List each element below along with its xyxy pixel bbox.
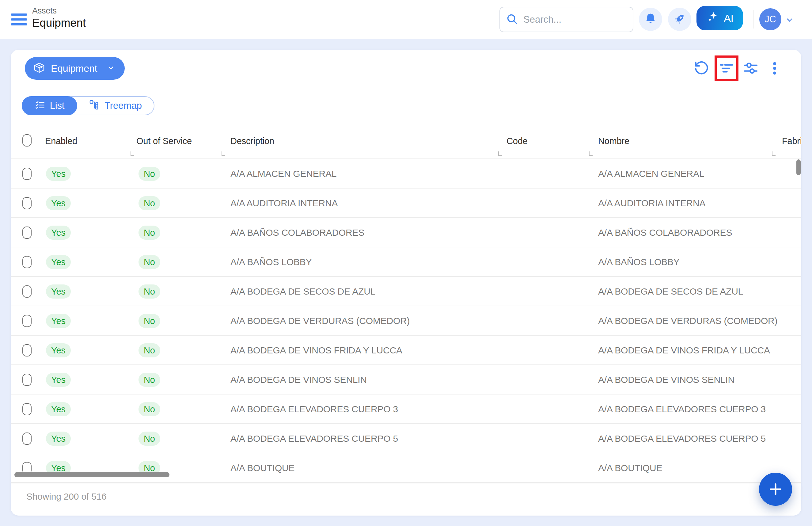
tab-treemap-label: Treemap bbox=[104, 100, 142, 111]
select-all-checkbox[interactable] bbox=[23, 134, 32, 146]
table-row[interactable]: Yes No A/A BODEGA DE SECOS DE AZUL A/A B… bbox=[11, 277, 801, 306]
package-icon bbox=[33, 62, 45, 75]
more-options-button[interactable] bbox=[766, 60, 783, 77]
description-cell: A/A BODEGA ELEVADORES CUERPO 3 bbox=[230, 403, 398, 415]
nombre-cell: A/A BODEGA DE SECOS DE AZUL bbox=[598, 286, 743, 297]
breadcrumb: Assets Equipment bbox=[32, 5, 86, 30]
column-resize-handle[interactable] bbox=[131, 152, 134, 156]
bell-icon bbox=[644, 12, 657, 26]
column-resize-handle[interactable] bbox=[221, 152, 225, 156]
enabled-badge: Yes bbox=[46, 343, 71, 357]
refresh-icon bbox=[694, 60, 710, 76]
row-checkbox[interactable] bbox=[23, 432, 32, 445]
column-resize-handle[interactable] bbox=[772, 152, 775, 156]
column-header-fabric[interactable]: Fabric bbox=[782, 136, 801, 146]
table-row[interactable]: Yes No A/A BODEGA DE VINOS SENLIN A/A BO… bbox=[11, 365, 801, 395]
checklist-icon bbox=[34, 100, 46, 112]
equipment-list-card: Equipment bbox=[11, 49, 801, 515]
row-checkbox[interactable] bbox=[23, 168, 32, 180]
out-of-service-badge: No bbox=[139, 255, 160, 269]
table-row[interactable]: Yes No A/A BAÑOS LOBBY A/A BAÑOS LOBBY bbox=[11, 247, 801, 277]
row-checkbox[interactable] bbox=[23, 227, 32, 239]
treemap-icon bbox=[89, 100, 100, 112]
row-checkbox[interactable] bbox=[23, 256, 32, 268]
description-cell: A/A BODEGA ELEVADORES CUERPO 5 bbox=[230, 433, 398, 444]
table-row[interactable]: Yes No A/A BOUTIQUE A/A BOUTIQUE bbox=[11, 453, 801, 483]
out-of-service-badge: No bbox=[139, 284, 160, 299]
description-cell: A/A BAÑOS LOBBY bbox=[230, 256, 311, 268]
add-equipment-button[interactable] bbox=[759, 473, 792, 506]
row-checkbox[interactable] bbox=[23, 344, 32, 356]
column-resize-handle[interactable] bbox=[498, 152, 502, 156]
nombre-cell: A/A BODEGA ELEVADORES CUERPO 3 bbox=[598, 403, 766, 415]
column-header-nombre[interactable]: Nombre bbox=[598, 136, 629, 146]
out-of-service-badge: No bbox=[139, 402, 160, 416]
table-row[interactable]: Yes No A/A BODEGA ELEVADORES CUERPO 5 A/… bbox=[11, 424, 801, 453]
row-checkbox[interactable] bbox=[23, 285, 32, 298]
kebab-menu-icon bbox=[767, 60, 783, 76]
tab-list[interactable]: List bbox=[22, 96, 77, 115]
sparkle-icon bbox=[706, 11, 720, 26]
refresh-button[interactable] bbox=[693, 60, 710, 77]
hamburger-menu-icon[interactable] bbox=[11, 14, 27, 26]
chevron-down-icon[interactable] bbox=[784, 15, 795, 26]
table-row[interactable]: Yes No A/A BODEGA DE VERDURAS (COMEDOR) … bbox=[11, 306, 801, 336]
filter-button[interactable] bbox=[718, 60, 735, 77]
nombre-cell: A/A BODEGA ELEVADORES CUERPO 5 bbox=[598, 433, 766, 444]
table-row[interactable]: Yes No A/A AUDITORIA INTERNA A/A AUDITOR… bbox=[11, 188, 801, 218]
description-cell: A/A BODEGA DE SECOS DE AZUL bbox=[230, 286, 375, 297]
table-row[interactable]: Yes No A/A BODEGA ELEVADORES CUERPO 3 A/… bbox=[11, 395, 801, 424]
table-row[interactable]: Yes No A/A BODEGA DE VINOS FRIDA Y LUCCA… bbox=[11, 336, 801, 365]
enabled-badge: Yes bbox=[46, 196, 71, 210]
search-input[interactable] bbox=[523, 14, 627, 25]
table-row[interactable]: Yes No A/A ALMACEN GENERAL A/A ALMACEN G… bbox=[11, 159, 801, 188]
column-header-code[interactable]: Code bbox=[507, 136, 528, 146]
row-checkbox[interactable] bbox=[23, 403, 32, 415]
rocket-button[interactable] bbox=[668, 8, 691, 31]
ai-button-label: AI bbox=[724, 12, 734, 24]
enabled-badge: Yes bbox=[46, 255, 71, 269]
table-rows: Yes No A/A ALMACEN GENERAL A/A ALMACEN G… bbox=[11, 159, 801, 483]
column-header-description[interactable]: Description bbox=[230, 136, 274, 146]
nombre-cell: A/A BAÑOS COLABORADORES bbox=[598, 227, 732, 239]
horizontal-scrollbar-thumb[interactable] bbox=[14, 472, 170, 477]
enabled-badge: Yes bbox=[46, 226, 71, 240]
user-avatar[interactable]: JC bbox=[759, 8, 781, 30]
entity-selector-button[interactable]: Equipment bbox=[25, 57, 125, 80]
column-resize-handle[interactable] bbox=[589, 152, 593, 156]
out-of-service-badge: No bbox=[139, 373, 160, 387]
filter-icon bbox=[719, 60, 735, 76]
ai-assistant-button[interactable]: AI bbox=[696, 6, 743, 30]
table-row[interactable]: Yes No A/A BAÑOS COLABORADORES A/A BAÑOS… bbox=[11, 218, 801, 247]
entity-selector-label: Equipment bbox=[51, 63, 97, 74]
search-box[interactable] bbox=[499, 7, 633, 32]
nombre-cell: A/A AUDITORIA INTERNA bbox=[598, 197, 705, 209]
description-cell: A/A AUDITORIA INTERNA bbox=[230, 197, 338, 209]
plus-icon bbox=[767, 481, 784, 498]
notifications-button[interactable] bbox=[639, 8, 662, 31]
app-bar: Assets Equipment bbox=[0, 0, 812, 39]
column-header-out-of-service[interactable]: Out of Service bbox=[136, 136, 192, 146]
row-count-summary: Showing 200 of 516 bbox=[26, 491, 107, 502]
enabled-badge: Yes bbox=[46, 402, 71, 416]
vertical-scrollbar-thumb[interactable] bbox=[796, 159, 801, 175]
tab-treemap[interactable]: Treemap bbox=[77, 97, 154, 115]
column-settings-button[interactable] bbox=[742, 60, 759, 77]
out-of-service-badge: No bbox=[139, 431, 160, 446]
enabled-badge: Yes bbox=[46, 373, 71, 387]
description-cell: A/A BODEGA DE VINOS FRIDA Y LUCCA bbox=[230, 344, 402, 356]
column-header-enabled[interactable]: Enabled bbox=[45, 136, 77, 146]
description-cell: A/A BAÑOS COLABORADORES bbox=[230, 227, 364, 239]
search-icon bbox=[506, 13, 518, 26]
table-header: Enabled Out of Service Description Code … bbox=[11, 129, 801, 158]
enabled-badge: Yes bbox=[46, 314, 71, 328]
row-checkbox[interactable] bbox=[23, 197, 32, 209]
row-checkbox[interactable] bbox=[23, 315, 32, 327]
out-of-service-badge: No bbox=[139, 196, 160, 210]
enabled-badge: Yes bbox=[46, 431, 71, 446]
nombre-cell: A/A BODEGA DE VINOS SENLIN bbox=[598, 374, 735, 386]
description-cell: A/A BOUTIQUE bbox=[230, 462, 294, 474]
row-checkbox[interactable] bbox=[23, 374, 32, 386]
breadcrumb-section[interactable]: Assets bbox=[32, 5, 86, 16]
out-of-service-badge: No bbox=[139, 343, 160, 357]
